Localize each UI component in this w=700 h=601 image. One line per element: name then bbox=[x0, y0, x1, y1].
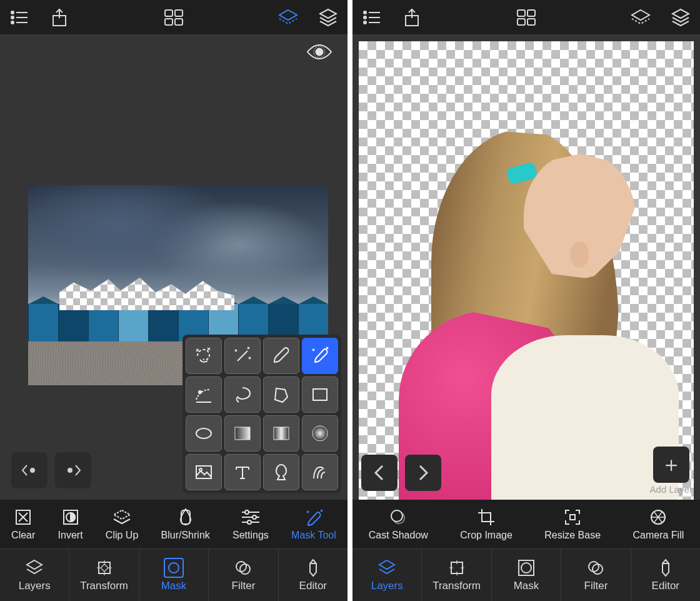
tab-transform[interactable]: Transform bbox=[69, 549, 139, 601]
tool-text-mask[interactable] bbox=[224, 454, 261, 490]
svg-rect-47 bbox=[518, 19, 525, 25]
svg-rect-18 bbox=[235, 427, 250, 440]
svg-point-54 bbox=[521, 563, 531, 573]
redo-button[interactable] bbox=[55, 452, 91, 488]
svg-rect-26 bbox=[181, 510, 190, 524]
tab-layers-label: Layers bbox=[19, 580, 51, 592]
tool-brush[interactable] bbox=[263, 338, 299, 374]
tab-filter[interactable]: Filter bbox=[209, 549, 278, 601]
tab-mask-label: Mask bbox=[514, 580, 539, 592]
svg-point-38 bbox=[364, 11, 366, 14]
mask-options-bar: Clear Invert Clip Up Blur/Shrink Setting… bbox=[0, 500, 348, 548]
opt-clear[interactable]: Clear bbox=[11, 507, 35, 541]
svg-point-32 bbox=[248, 520, 251, 524]
tool-smart-brush[interactable] bbox=[302, 338, 338, 374]
editor-pane-right: ＋ Add Layer Cast Shadow Crop Image Resiz… bbox=[352, 0, 700, 601]
prev-layer-button[interactable] bbox=[361, 455, 398, 491]
list-icon[interactable] bbox=[9, 7, 30, 28]
tab-editor[interactable]: Editor bbox=[279, 549, 348, 601]
grid-icon[interactable] bbox=[516, 7, 537, 28]
tab-editor[interactable]: Editor bbox=[631, 549, 700, 601]
tab-transform-label: Transform bbox=[80, 580, 128, 592]
canvas-area[interactable] bbox=[0, 35, 348, 500]
svg-point-0 bbox=[11, 11, 14, 14]
tab-mask-label: Mask bbox=[161, 580, 187, 592]
svg-rect-46 bbox=[528, 10, 535, 16]
tab-layers-label: Layers bbox=[371, 580, 403, 592]
svg-rect-21 bbox=[196, 466, 211, 478]
tool-lasso[interactable] bbox=[224, 376, 261, 413]
tab-editor-label: Editor bbox=[652, 580, 679, 592]
svg-point-15 bbox=[199, 391, 201, 393]
tool-magic-wand[interactable] bbox=[224, 338, 261, 374]
add-layer-label: Add Layer bbox=[650, 484, 692, 495]
layers-stack-icon[interactable] bbox=[318, 7, 339, 28]
tool-ellipse[interactable] bbox=[186, 415, 222, 452]
tool-linear-gradient[interactable] bbox=[224, 415, 261, 452]
tool-mirrored-gradient[interactable] bbox=[263, 415, 299, 452]
editor-pane-left: Clear Invert Clip Up Blur/Shrink Setting… bbox=[0, 0, 348, 601]
tool-color-range[interactable] bbox=[186, 376, 222, 413]
tool-poly-lasso[interactable] bbox=[263, 376, 299, 413]
opt-resize-base[interactable]: Resize Base bbox=[544, 507, 601, 541]
opt-camera-fill[interactable]: Camera Fill bbox=[632, 507, 684, 541]
photo-girl-cutout[interactable] bbox=[375, 79, 675, 500]
tool-image-mask[interactable] bbox=[186, 454, 222, 490]
opt-invert-label: Invert bbox=[58, 530, 83, 541]
svg-point-40 bbox=[364, 16, 366, 19]
visibility-icon[interactable] bbox=[306, 44, 332, 60]
share-icon[interactable] bbox=[401, 7, 422, 28]
svg-rect-16 bbox=[313, 389, 327, 400]
tab-mask[interactable]: Mask bbox=[492, 549, 561, 601]
tab-filter-label: Filter bbox=[232, 580, 256, 592]
svg-point-2 bbox=[11, 16, 14, 19]
opt-crop-image[interactable]: Crop Image bbox=[460, 507, 512, 541]
bottom-tabbar-right: Layers Transform Mask Filter Editor bbox=[352, 548, 700, 601]
layers-options-bar: Cast Shadow Crop Image Resize Base Camer… bbox=[352, 500, 700, 548]
opt-masktool-label: Mask Tool bbox=[291, 530, 336, 541]
opt-cast-label: Cast Shadow bbox=[369, 530, 428, 541]
tab-filter-label: Filter bbox=[584, 580, 608, 592]
tool-auto-select-remove[interactable] bbox=[186, 338, 222, 374]
tab-layers[interactable]: Layers bbox=[352, 549, 422, 601]
opt-mask-tool[interactable]: Mask Tool bbox=[291, 507, 336, 541]
tool-radial-gradient[interactable] bbox=[302, 415, 338, 452]
opt-settings[interactable]: Settings bbox=[232, 507, 269, 541]
tool-hair-mask[interactable] bbox=[302, 454, 338, 490]
list-icon[interactable] bbox=[361, 7, 382, 28]
svg-point-14 bbox=[68, 468, 72, 472]
tab-layers[interactable]: Layers bbox=[0, 549, 69, 601]
svg-point-30 bbox=[252, 515, 256, 519]
tool-rectangle[interactable] bbox=[302, 376, 338, 413]
top-toolbar bbox=[0, 0, 348, 35]
opt-blur-shrink[interactable]: Blur/Shrink bbox=[161, 507, 210, 541]
layers-stack-icon[interactable] bbox=[670, 7, 691, 28]
top-toolbar-right bbox=[352, 0, 700, 35]
svg-rect-10 bbox=[175, 19, 182, 25]
opt-clip-up[interactable]: Clip Up bbox=[106, 507, 138, 541]
tab-filter[interactable]: Filter bbox=[561, 549, 631, 601]
add-layer-button[interactable]: ＋ Add Layer bbox=[650, 447, 692, 495]
grid-icon[interactable] bbox=[163, 7, 184, 28]
tab-transform[interactable]: Transform bbox=[422, 549, 491, 601]
svg-rect-50 bbox=[570, 515, 575, 520]
tool-shape-mask[interactable] bbox=[263, 454, 299, 490]
canvas-area-right[interactable]: ＋ Add Layer bbox=[352, 35, 700, 500]
opt-clipup-label: Clip Up bbox=[106, 530, 138, 541]
tab-editor-label: Editor bbox=[299, 580, 327, 592]
opt-cast-shadow[interactable]: Cast Shadow bbox=[369, 507, 428, 541]
next-layer-button[interactable] bbox=[405, 455, 441, 491]
undo-button[interactable] bbox=[11, 452, 48, 488]
svg-rect-9 bbox=[165, 19, 172, 25]
mask-layer-icon[interactable] bbox=[278, 7, 299, 28]
svg-point-34 bbox=[169, 563, 179, 573]
opt-blur-label: Blur/Shrink bbox=[161, 530, 210, 541]
svg-point-22 bbox=[199, 468, 202, 471]
share-icon[interactable] bbox=[49, 7, 70, 28]
opt-crop-label: Crop Image bbox=[460, 530, 512, 541]
opt-invert[interactable]: Invert bbox=[58, 507, 83, 541]
svg-rect-45 bbox=[518, 10, 525, 16]
tab-mask[interactable]: Mask bbox=[139, 549, 209, 601]
mask-layer-icon[interactable] bbox=[630, 7, 651, 28]
bottom-tabbar: Layers Transform Mask Filter Editor bbox=[0, 548, 348, 601]
